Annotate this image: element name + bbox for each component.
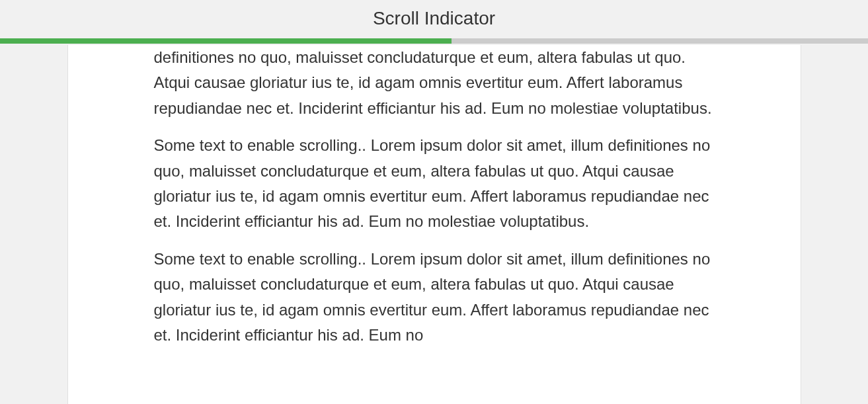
content-wrapper[interactable]: definitiones no quo, maluisset concludat…: [0, 45, 868, 404]
paragraph: Some text to enable scrolling.. Lorem ip…: [154, 247, 715, 348]
paragraph: Some text to enable scrolling.. Lorem ip…: [154, 133, 715, 235]
page-title: Scroll Indicator: [0, 0, 868, 38]
scroll-progress-bar: [0, 38, 452, 44]
header: Scroll Indicator: [0, 0, 868, 44]
scroll-progress-track: [0, 38, 868, 44]
content-area: definitiones no quo, maluisset concludat…: [67, 45, 801, 404]
paragraph: definitiones no quo, maluisset concludat…: [154, 45, 715, 121]
